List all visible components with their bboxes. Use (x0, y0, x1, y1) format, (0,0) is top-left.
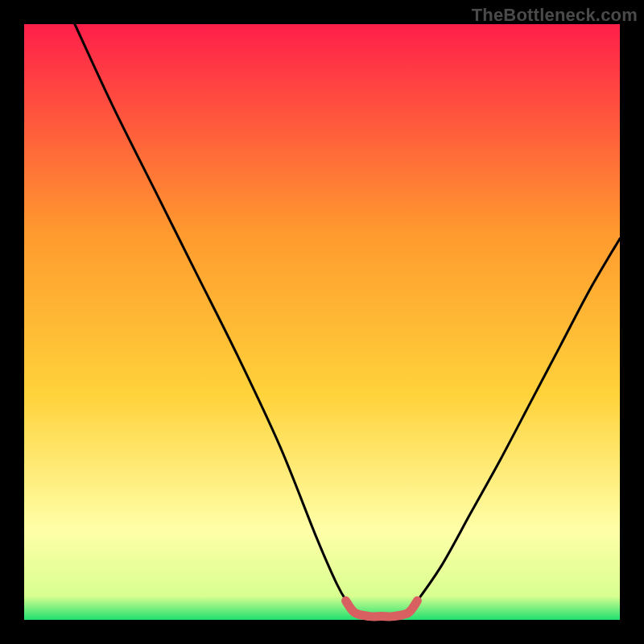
bottleneck-chart (0, 0, 644, 644)
chart-frame: TheBottleneck.com (0, 0, 644, 644)
watermark-label: TheBottleneck.com (472, 5, 638, 26)
gradient-background (24, 24, 620, 620)
